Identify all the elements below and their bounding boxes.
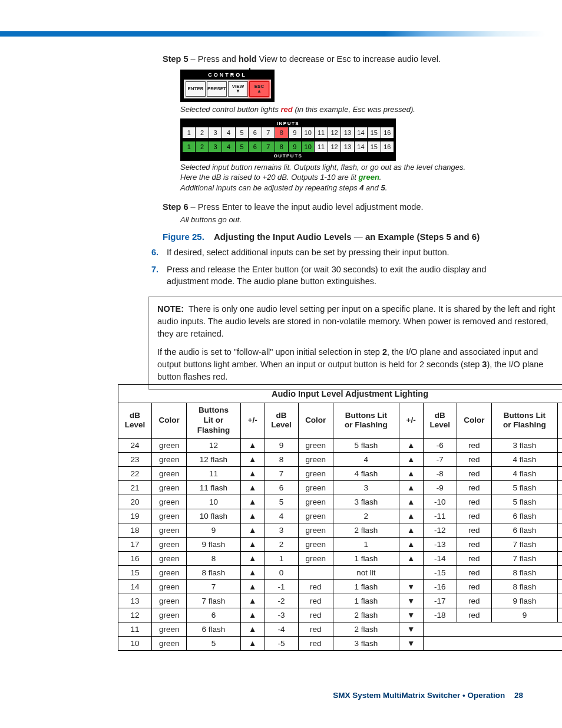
table-cell: green xyxy=(298,523,333,537)
table-cell: 5 flash xyxy=(333,438,399,452)
table-cell: ▲ xyxy=(240,466,265,480)
table-cell: red xyxy=(298,579,333,594)
preset-button-graphic: PRESET xyxy=(207,81,227,97)
table-row: 12green6▲-3red2 flash▼-18red9▼ xyxy=(118,608,563,622)
table-cell: -14 xyxy=(423,551,457,565)
table-row: 10green5▲-5red3 flash▼ xyxy=(118,636,563,650)
table-cell: 2 flash xyxy=(333,608,399,622)
table-cell: not lit xyxy=(333,565,399,579)
table-cell: 1 flash xyxy=(333,579,399,594)
table-cell: 5 xyxy=(187,636,240,650)
table-cell: red xyxy=(457,551,491,565)
table-cell: green xyxy=(298,509,333,523)
step6-label: Step 6 xyxy=(163,202,189,212)
th-pm: +/- xyxy=(240,403,265,439)
table-cell: -16 xyxy=(423,579,457,594)
table-cell: 6 xyxy=(265,480,298,495)
table-cell: red xyxy=(298,622,333,636)
table-cell: red xyxy=(457,523,491,537)
table-row: 13green7 flash▲-2red1 flash▼-17red9 flas… xyxy=(118,594,563,608)
table-cell: 1 flash xyxy=(333,594,399,608)
table-cell: -8 xyxy=(423,466,457,480)
lighting-table: Audio Input Level Adjustment Lighting dB… xyxy=(118,384,562,651)
table-cell: ▲ xyxy=(240,622,265,636)
th-color: Color xyxy=(152,403,187,439)
table-cell: ▲ xyxy=(240,579,265,594)
table-cell: 6 flash xyxy=(187,622,240,636)
inputs-label: INPUTS xyxy=(182,120,394,127)
table-cell: green xyxy=(298,537,333,551)
table-cell: ▲ xyxy=(240,608,265,622)
table-cell: ▲ xyxy=(399,537,423,551)
table-cell: ▼ xyxy=(399,608,423,622)
table-cell: 21 xyxy=(118,480,152,495)
table-cell: 5 flash xyxy=(492,495,558,509)
table-cell: green xyxy=(298,466,333,480)
table-cell: 10 xyxy=(118,636,152,650)
table-cell: 14 xyxy=(118,579,152,594)
control-button-row: ENTER PRESET VIEW▼ ESC▲ xyxy=(184,80,271,98)
table-cell: 12 xyxy=(118,608,152,622)
table-cell: ▲ xyxy=(399,438,423,452)
note-box: NOTE: There is only one audio level sett… xyxy=(148,297,562,390)
table-cell: -15 xyxy=(423,565,457,579)
outputs-label: OUTPUTS xyxy=(182,153,394,159)
output-cell: 8 xyxy=(275,141,287,152)
output-cell: 9 xyxy=(288,141,301,152)
figure-label: Figure 25. xyxy=(163,232,204,242)
table-cell: -4 xyxy=(265,622,298,636)
table-cell: 4 xyxy=(333,452,399,466)
output-cell: 16 xyxy=(381,141,394,152)
table-row: 15green8 flash▲0not lit-15red8 flash▼ xyxy=(118,565,563,579)
table-cell: red xyxy=(298,608,333,622)
table-cell: green xyxy=(152,537,187,551)
th-color: Color xyxy=(298,403,333,439)
step5-label: Step 5 xyxy=(163,54,189,64)
table-cell: ▼ xyxy=(557,452,562,466)
input-cell: 3 xyxy=(209,127,222,138)
table-cell xyxy=(399,565,423,579)
table-cell: 10 xyxy=(187,495,240,509)
table-row: 19green10 flash▲4green2▲-11red6 flash▼ xyxy=(118,509,563,523)
esc-button-graphic: ESC▲ xyxy=(249,81,269,97)
table-cell: 6 xyxy=(187,608,240,622)
table-cell: -13 xyxy=(423,537,457,551)
header-bar xyxy=(0,31,427,37)
table-row: 17green9 flash▲2green1▲-13red7 flash▼ xyxy=(118,537,563,551)
table-cell: ▼ xyxy=(557,509,562,523)
table-cell: 2 flash xyxy=(333,622,399,636)
table-cell: ▲ xyxy=(240,551,265,565)
table-cell: ▲ xyxy=(399,495,423,509)
header-bar-fade xyxy=(427,31,545,37)
table-cell: 23 xyxy=(118,452,152,466)
table-row: 22green11▲7green4 flash▲-8red4 flash▼ xyxy=(118,466,563,480)
output-cell: 6 xyxy=(248,141,261,152)
th-pm: +/- xyxy=(399,403,423,439)
table-cell: ▲ xyxy=(399,523,423,537)
table-cell: ▲ xyxy=(240,594,265,608)
table-cell: 11 xyxy=(118,622,152,636)
table-cell: ▲ xyxy=(399,551,423,565)
table-cell: 15 xyxy=(118,565,152,579)
input-cell: 4 xyxy=(222,127,234,138)
table-cell: ▼ xyxy=(399,594,423,608)
table-cell: green xyxy=(152,608,187,622)
pointer-arrow-icon xyxy=(249,68,250,76)
table-cell: ▼ xyxy=(557,523,562,537)
table-cell: red xyxy=(457,565,491,579)
table-cell: red xyxy=(457,452,491,466)
input-cell: 15 xyxy=(367,127,380,138)
input-cell: 1 xyxy=(183,127,195,138)
th-db: dBLevel xyxy=(423,403,457,439)
table-cell: 12 xyxy=(187,438,240,452)
table-cell: ▲ xyxy=(240,509,265,523)
table-cell: 3 flash xyxy=(333,636,399,650)
output-cell: 3 xyxy=(209,141,222,152)
input-cell: 5 xyxy=(235,127,248,138)
table-cell: 3 flash xyxy=(333,495,399,509)
table-cell: red xyxy=(457,495,491,509)
enter-button-graphic: ENTER xyxy=(186,81,206,97)
table-cell: -5 xyxy=(265,636,298,650)
table-cell: -9 xyxy=(423,480,457,495)
table-cell: red xyxy=(298,594,333,608)
